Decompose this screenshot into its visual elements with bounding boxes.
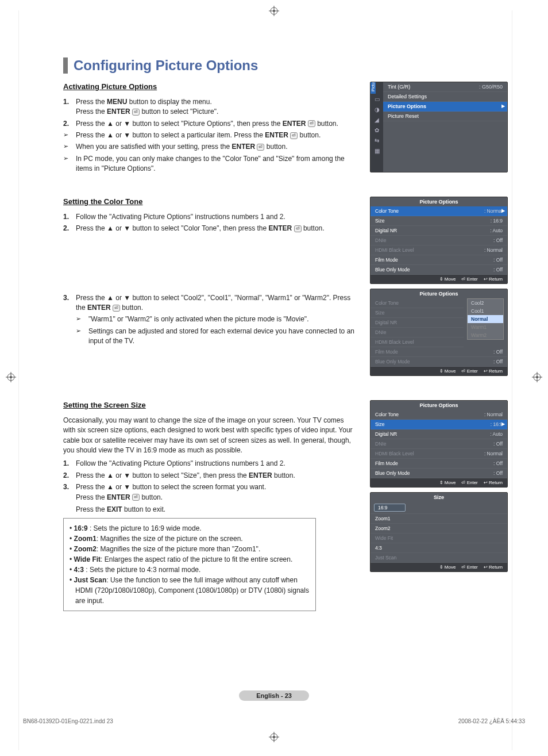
step-number: 2. (63, 224, 76, 233)
dropdown-option-selected: Normal (468, 315, 503, 323)
osd-size-menu: Size 16:9 Zoom1 Zoom2 Wide Fit 4:3 Just … (370, 492, 508, 572)
size-options-box: • 16:9 : Sets the picture to 16:9 wide m… (63, 518, 316, 611)
bullet-item: • Just Scan: Use the function to see the… (70, 575, 310, 606)
enter-icon: ⏎ (290, 132, 298, 139)
note-text: When you are satisfied with your setting… (76, 142, 357, 152)
osd-row-selected: Size: 16:9▶ (371, 420, 507, 429)
osd-row: Picture Reset (383, 112, 507, 121)
page-number: English - 23 (0, 690, 548, 701)
osd-row: Color Tone (371, 298, 464, 308)
note-arrow-icon: ➢ (63, 131, 76, 140)
step-number: 1. (63, 212, 76, 222)
osd-row: 16:9 (371, 502, 507, 514)
osd-picture-options-dropdown: Picture Options Color Tone Size Digital … (370, 289, 508, 376)
osd-row: Blue Only Mode: Off (371, 357, 507, 367)
note-text: In PC mode, you can only make changes to… (76, 154, 357, 174)
step-number: 1. (63, 97, 76, 117)
osd-row: Tint (G/R): G50/R50 (383, 82, 507, 92)
svg-point-7 (10, 376, 12, 378)
osd-row: DNIe: Off (371, 236, 507, 245)
osd-row: Color Tone: Normal (371, 410, 507, 420)
enter-icon: ⏎ (113, 305, 120, 312)
bullet-item: • 4:3 : Sets the picture to 4:3 normal m… (70, 565, 310, 575)
step-number: 3. (63, 293, 76, 313)
sound-icon: ◑ (371, 104, 383, 114)
osd-footer: ⇕ Move⏎ Enter↩ Return (371, 367, 507, 375)
osd-row: Just Scan (371, 553, 507, 563)
chevron-right-icon: ▶ (501, 208, 505, 213)
channel-icon: ◢ (371, 114, 383, 125)
osd-footer: ⇕ Move⏎ Enter↩ Return (371, 563, 507, 571)
osd-row: Blue Only Mode: Off (371, 469, 507, 478)
osd-row: Size (371, 308, 464, 318)
chevron-right-icon: ▶ (501, 421, 505, 427)
note-text: "Warm1" or "Warm2" is only activated whe… (88, 314, 357, 324)
dropdown-option: Cool1 (468, 307, 503, 315)
osd-row: Wide Fit (371, 534, 507, 543)
bullet-item: • Zoom1: Magnifies the size of the pictu… (70, 534, 310, 544)
input-icon: ⇆ (371, 135, 383, 145)
step-number: 2. (63, 471, 76, 481)
setup-icon: ✿ (371, 125, 383, 135)
osd-row: HDMI Black Level: Normal (371, 245, 507, 255)
dropdown-option: Cool2 (468, 299, 503, 307)
enter-icon: ⏎ (257, 144, 264, 151)
section-heading-activating: Activating Picture Options (63, 82, 357, 93)
note-text: Settings can be adjusted and stored for … (88, 327, 357, 347)
step-body: Press the ▲ or ▼ button to select "Pictu… (76, 119, 357, 129)
osd-row: DNIe: Off (371, 439, 507, 449)
footer-indd: BN68-01392D-01Eng-0221.indd 23 (23, 718, 113, 724)
osd-row: Film Mode: Off (371, 347, 507, 357)
osd-row: Film Mode: Off (371, 459, 507, 469)
osd-row: Digital NR: Auto (371, 429, 507, 439)
osd-row: Digital NR: Auto (371, 226, 507, 236)
enter-icon: ⏎ (308, 120, 315, 127)
title-accent-bar (63, 57, 68, 74)
monitor-icon: ▭ (371, 94, 383, 104)
step-body: Press the ▲ or ▼ button to select "Cool2… (76, 293, 357, 313)
osd-row: HDMI Black Level (371, 337, 464, 347)
osd-row: HDMI Black Level: Normal (371, 449, 507, 459)
registration-mark-icon (532, 372, 542, 385)
chevron-right-icon: ▶ (501, 103, 505, 109)
step-body: Press the ▲ or ▼ button to select "Size"… (76, 471, 357, 481)
bullet-item: • Zoom2: Magnifies the size of the pictu… (70, 544, 310, 554)
page-title: Configuring Picture Options (74, 57, 258, 74)
step-body: Press the ▲ or ▼ button to select the sc… (76, 482, 357, 515)
osd-row: Size: 16:9 (371, 216, 507, 226)
step-body: Follow the "Activating Picture Options" … (76, 212, 357, 222)
section-intro: Occasionally, you may want to change the… (63, 416, 357, 456)
section-heading-screen-size: Setting the Screen Size (63, 400, 357, 411)
osd-option-selected: 16:9 (374, 504, 406, 512)
step-body: Press the ▲ or ▼ button to select "Color… (76, 224, 357, 233)
osd-row-selected: Color Tone: Normal▶ (371, 206, 507, 216)
note-arrow-icon: ➢ (63, 142, 76, 152)
step-number: 3. (63, 482, 76, 515)
osd-row: Detailed Settings (383, 92, 507, 102)
step-body: Follow the "Activating Picture Options" … (76, 459, 357, 469)
step-number: 2. (63, 119, 76, 129)
enter-icon: ⏎ (294, 225, 302, 232)
osd-row-selected: Picture Options▶ (383, 102, 507, 112)
note-arrow-icon: ➢ (76, 327, 88, 347)
section-heading-color-tone: Setting the Color Tone (63, 197, 357, 208)
osd-row: Blue Only Mode: Off (371, 265, 507, 275)
enter-icon: ⏎ (132, 494, 140, 501)
osd-title: Size (371, 493, 507, 502)
svg-point-15 (273, 736, 275, 738)
osd-title: Picture Options (371, 197, 507, 206)
osd-row: Film Mode: Off (371, 255, 507, 265)
bullet-item: • 16:9 : Sets the picture to 16:9 wide m… (70, 523, 310, 534)
dropdown-option: Warm2 (468, 331, 503, 339)
note-text: Press the ▲ or ▼ button to select a part… (76, 131, 357, 140)
osd-row: Zoom1 (371, 514, 507, 524)
svg-point-11 (536, 376, 538, 378)
osd-footer: ⇕ Move⏎ Enter↩ Return (371, 275, 507, 283)
note-arrow-icon: ➢ (76, 314, 88, 324)
osd-main-menu: Picture ▭ ◑ ◢ ✿ ⇆ ▦ Tint (G/R): G50/R50 … (370, 82, 508, 172)
bullet-item: • Wide Fit: Enlarges the aspect ratio of… (70, 554, 310, 565)
step-number: 1. (63, 459, 76, 469)
osd-row: DNIe (371, 328, 464, 337)
note-arrow-icon: ➢ (63, 154, 76, 174)
osd-title: Picture Options (371, 289, 507, 298)
